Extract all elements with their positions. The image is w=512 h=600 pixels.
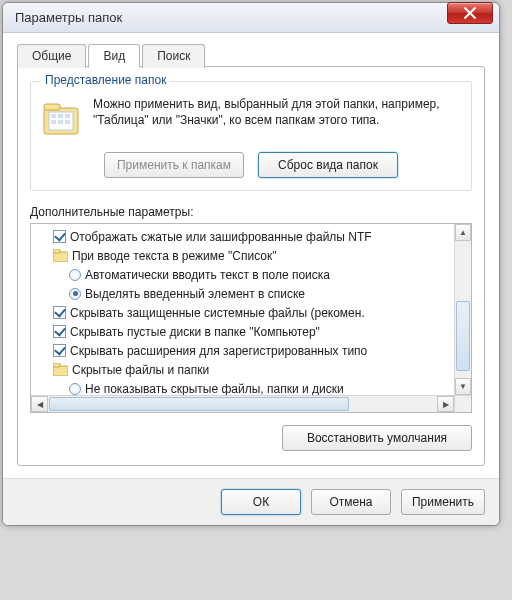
scroll-right-icon[interactable]: ▶ [437,396,454,412]
scroll-thumb[interactable] [456,301,470,371]
svg-rect-12 [53,363,60,367]
list-item[interactable]: Скрывать пустые диски в папке "Компьютер… [35,322,469,341]
radio-icon[interactable] [69,269,81,281]
folder-view-group: Представление папок Можно применить вид,… [30,81,472,191]
radio-icon[interactable] [69,383,81,395]
scroll-thumb[interactable] [49,397,349,411]
titlebar: Параметры папок [3,3,499,33]
apply-button[interactable]: Применить [401,489,485,515]
folder-view-legend: Представление папок [41,73,170,87]
svg-rect-4 [58,114,63,118]
folder-icon [53,249,68,262]
checkbox-icon[interactable] [53,344,66,357]
list-item[interactable]: Отображать сжатые или зашифрованные файл… [35,227,469,246]
scroll-down-icon[interactable]: ▼ [455,378,471,395]
checkbox-icon[interactable] [53,306,66,319]
tab-view[interactable]: Вид [88,44,140,68]
advanced-settings-label: Дополнительные параметры: [30,205,472,219]
window-title: Параметры папок [15,10,493,25]
ok-button[interactable]: ОК [221,489,301,515]
scroll-corner [454,395,471,412]
cancel-button[interactable]: Отмена [311,489,391,515]
checkbox-icon[interactable] [53,325,66,338]
restore-defaults-button[interactable]: Восстановить умолчания [282,425,472,451]
list-item[interactable]: Выделять введенный элемент в списке [35,284,469,303]
tab-general[interactable]: Общие [17,44,86,68]
svg-rect-1 [44,104,60,110]
dialog-buttons: ОК Отмена Применить [3,478,499,525]
close-button[interactable] [447,2,493,24]
svg-rect-3 [51,114,56,118]
apply-to-folders-button[interactable]: Применить к папкам [104,152,244,178]
list-item[interactable]: Скрывать защищенные системные файлы (рек… [35,303,469,322]
checkbox-icon[interactable] [53,230,66,243]
close-icon [464,7,476,19]
horizontal-scrollbar[interactable]: ◀ ▶ [31,395,454,412]
list-item[interactable]: При вводе текста в режиме "Список" [35,246,469,265]
svg-rect-10 [53,249,60,253]
list-item[interactable]: Скрытые файлы и папки [35,360,469,379]
folder-options-dialog: Параметры папок Общие Вид Поиск Представ… [2,2,500,526]
svg-rect-7 [58,120,63,124]
vertical-scrollbar[interactable]: ▲ ▼ [454,224,471,395]
svg-rect-6 [51,120,56,124]
list-item[interactable]: Скрывать расширения для зарегистрированн… [35,341,469,360]
folder-icon [53,363,68,376]
advanced-settings-list: Отображать сжатые или зашифрованные файл… [30,223,472,413]
list-item[interactable]: Автоматически вводить текст в поле поиск… [35,265,469,284]
scroll-up-icon[interactable]: ▲ [455,224,471,241]
tab-search[interactable]: Поиск [142,44,205,68]
scroll-left-icon[interactable]: ◀ [31,396,48,412]
svg-rect-5 [65,114,70,118]
radio-icon[interactable] [69,288,81,300]
folder-view-text: Можно применить вид, выбранный для этой … [93,96,461,140]
svg-rect-8 [65,120,70,124]
tabpanel-view: Представление папок Можно применить вид,… [17,66,485,466]
tabstrip: Общие Вид Поиск [17,43,485,67]
folder-view-icon [41,98,83,140]
reset-folder-views-button[interactable]: Сброс вида папок [258,152,398,178]
dialog-body: Общие Вид Поиск Представление папок [3,33,499,478]
